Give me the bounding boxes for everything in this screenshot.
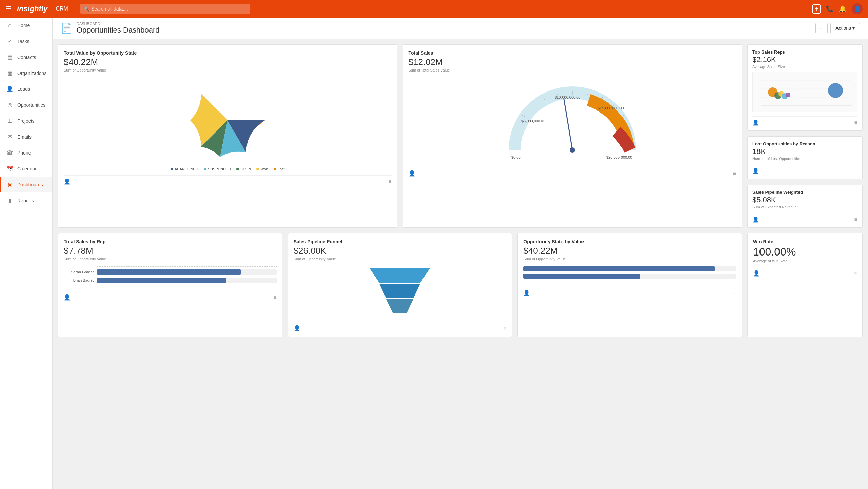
opp-bar-track: [523, 266, 736, 271]
legend-abandoned: ABANDONED: [171, 167, 198, 171]
actions-button[interactable]: Actions ▾: [830, 23, 860, 33]
total-value-subtitle: Sum of Opportunity Value: [64, 68, 392, 72]
legend-lost: Lost: [274, 167, 285, 171]
total-sales-by-rep-subtitle: Sum of Opportunity Value: [64, 257, 277, 261]
bell-icon[interactable]: 🔔: [839, 5, 846, 13]
page-header-left: 📄 DASHBOARD Opportunities Dashboard: [61, 22, 160, 35]
total-sales-by-rep-card: Total Sales by Rep $7.78M Sum of Opportu…: [58, 233, 282, 337]
person-icon[interactable]: 👤: [752, 119, 759, 126]
home-icon: ⌂: [6, 22, 13, 28]
total-value-footer: 👤 ≡: [64, 175, 392, 185]
menu-icon[interactable]: ≡: [733, 290, 736, 296]
menu-icon[interactable]: ≡: [854, 270, 857, 277]
projects-icon: ⊥: [6, 118, 13, 124]
breadcrumb: DASHBOARD: [77, 22, 160, 26]
legend-open: OPEN: [236, 167, 251, 171]
sidebar: ⌂ Home ✓ Tasks ▤ Contacts ▦ Organization…: [0, 18, 53, 489]
add-icon[interactable]: +: [812, 4, 821, 14]
organizations-icon: ▦: [6, 70, 13, 76]
main-layout: ⌂ Home ✓ Tasks ▤ Contacts ▦ Organization…: [0, 18, 868, 489]
opp-state-title: Opportunity State by Value: [523, 239, 736, 244]
person-icon[interactable]: 👤: [409, 170, 415, 177]
sidebar-item-label: Contacts: [17, 55, 36, 60]
search-input[interactable]: [80, 4, 250, 14]
menu-icon[interactable]: ≡: [854, 217, 857, 223]
svg-text:$20,000,000.00: $20,000,000.00: [606, 155, 632, 159]
opp-state-by-value-card: Opportunity State by Value $40.22M Sum o…: [517, 233, 742, 337]
emails-icon: ✉: [6, 134, 13, 140]
opp-bar-fill: [523, 266, 715, 271]
sidebar-item-tasks[interactable]: ✓ Tasks: [0, 33, 52, 49]
menu-icon[interactable]: ≡: [854, 120, 857, 126]
person-icon[interactable]: 👤: [64, 178, 71, 185]
person-icon[interactable]: 👤: [753, 270, 760, 277]
person-icon[interactable]: 👤: [523, 290, 530, 296]
lost-opps-value: 18K: [752, 147, 857, 156]
sidebar-item-leads[interactable]: 👤 Leads: [0, 81, 52, 97]
win-rate-value: 100.00%: [753, 246, 857, 258]
tasks-icon: ✓: [6, 38, 13, 44]
sidebar-item-label: Reports: [17, 198, 34, 203]
svg-marker-29: [386, 299, 413, 313]
svg-text:$0.00: $0.00: [511, 155, 521, 159]
sidebar-item-label: Leads: [17, 86, 30, 92]
svg-text:$10,000,000.00: $10,000,000.00: [555, 95, 580, 99]
sales-pipeline-value: $5.08K: [752, 196, 857, 204]
sidebar-item-home[interactable]: ⌂ Home: [0, 18, 52, 33]
avatar[interactable]: 👤: [852, 3, 863, 14]
svg-marker-28: [379, 284, 420, 298]
bar-chart: Sarah Gradolf Brian Bagley: [64, 265, 277, 287]
svg-line-0: [564, 99, 572, 150]
person-icon[interactable]: 👤: [294, 325, 300, 331]
sidebar-item-phone[interactable]: ☎ Phone: [0, 145, 52, 161]
menu-icon[interactable]: ≡: [388, 179, 391, 185]
sidebar-item-contacts[interactable]: ▤ Contacts: [0, 49, 52, 65]
menu-icon[interactable]: ≡: [733, 170, 736, 177]
total-sales-footer: 👤 ≡: [409, 167, 736, 177]
person-icon[interactable]: 👤: [752, 216, 759, 223]
nav-right-icons: + 📞 🔔 👤: [812, 3, 863, 14]
bar-fill: [97, 269, 241, 275]
sidebar-item-reports[interactable]: ▮ Reports: [0, 192, 52, 208]
hamburger-menu[interactable]: ☰: [5, 5, 12, 13]
bar-row: Brian Bagley: [64, 278, 277, 283]
sidebar-item-label: Phone: [17, 150, 31, 156]
total-sales-title: Total Sales: [409, 50, 736, 56]
contacts-icon: ▤: [6, 54, 13, 60]
menu-icon[interactable]: ≡: [503, 325, 506, 331]
total-sales-by-rep-title: Total Sales by Rep: [64, 239, 277, 244]
sidebar-item-opportunities[interactable]: ◎ Opportunities: [0, 97, 52, 113]
sales-pipeline-title: Sales Pipeline Weighted: [752, 190, 857, 195]
pie-chart-container: [64, 76, 392, 164]
sidebar-item-organizations[interactable]: ▦ Organizations: [0, 65, 52, 81]
bar-track: [97, 278, 277, 283]
phone-icon[interactable]: 📞: [826, 5, 833, 13]
sales-pipeline-footer: 👤 ≡: [752, 213, 857, 223]
menu-icon[interactable]: ≡: [273, 294, 276, 301]
menu-icon[interactable]: ≡: [854, 168, 857, 174]
lost-opps-subtitle: Number of Lost Opportunities: [752, 157, 857, 161]
opportunities-icon: ◎: [6, 102, 13, 108]
opp-bars: [523, 265, 736, 283]
sidebar-item-emails[interactable]: ✉ Emails: [0, 129, 52, 145]
person-icon[interactable]: 👤: [752, 168, 759, 174]
total-sales-subtitle: Sum of Total Sales Value: [409, 68, 736, 72]
calendar-icon: 📅: [6, 165, 13, 172]
dashboard-grid: Total Value by Opportunity State $40.22M…: [53, 39, 868, 233]
page-header: 📄 DASHBOARD Opportunities Dashboard ← Ac…: [53, 18, 868, 39]
win-rate-subtitle: Average of Win Rate: [753, 259, 857, 263]
sales-pipeline-subtitle: Sum of Expected Revenue: [752, 205, 857, 209]
bar-track: [97, 269, 277, 275]
sidebar-item-dashboards[interactable]: ◉ Dashboards: [0, 177, 52, 192]
lost-opps-footer: 👤 ≡: [752, 165, 857, 174]
gauge-chart: $0.00 $5,000,000.00 $10,000,000.00 $15,0…: [501, 79, 644, 160]
back-button[interactable]: ←: [815, 23, 828, 33]
page-title-group: DASHBOARD Opportunities Dashboard: [77, 22, 160, 35]
sidebar-item-projects[interactable]: ⊥ Projects: [0, 113, 52, 129]
svg-point-26: [828, 83, 843, 98]
sidebar-item-calendar[interactable]: 📅 Calendar: [0, 161, 52, 177]
app-logo: insightly: [17, 4, 47, 13]
funnel-title: Sales Pipeline Funnel: [294, 239, 507, 244]
person-icon[interactable]: 👤: [64, 294, 71, 301]
opp-bar-row: [523, 274, 736, 279]
